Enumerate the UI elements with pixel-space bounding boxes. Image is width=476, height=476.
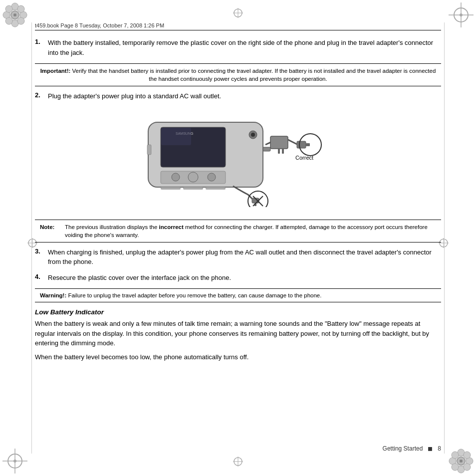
footer-divider: ◼: [428, 445, 433, 452]
svg-point-27: [464, 452, 471, 459]
step-3-number: 3.: [35, 247, 44, 267]
svg-rect-63: [282, 149, 284, 154]
svg-point-26: [452, 452, 459, 459]
svg-point-7: [17, 5, 24, 12]
step-4: 4. Resecure the plastic cover over the i…: [35, 273, 441, 283]
step-1-text: With the battery installed, temporarily …: [48, 38, 441, 57]
important-box: Important!: Verify that the handset batt…: [35, 63, 441, 86]
side-line-right: [444, 22, 445, 454]
footer-page: 8: [438, 445, 441, 452]
side-line-left: [31, 22, 32, 454]
phone-wrapper: SAMSUNG: [133, 107, 343, 207]
step-1: 1. With the battery installed, temporari…: [35, 38, 441, 57]
svg-point-43: [172, 173, 180, 181]
svg-rect-62: [278, 149, 280, 154]
step-3: 3. When charging is finished, unplug the…: [35, 247, 441, 267]
svg-rect-48: [206, 187, 226, 190]
svg-rect-49: [263, 147, 270, 151]
illustration-area: SAMSUNG: [35, 107, 441, 212]
low-battery-para2: When the battery level becomes too low, …: [35, 352, 441, 362]
svg-rect-53: [297, 141, 306, 148]
footer-text: Getting Started: [383, 445, 423, 452]
header-text: t459.book Page 8 Tuesday, October 7, 200…: [35, 22, 164, 28]
page-footer: Getting Started ◼ 8: [383, 445, 441, 452]
step-1-number: 1.: [35, 38, 44, 57]
svg-point-6: [5, 5, 12, 12]
header-bar: t459.book Page 8 Tuesday, October 7, 200…: [35, 22, 441, 30]
step-4-text: Resecure the plastic cover over the inte…: [48, 273, 441, 283]
svg-text:Incorrect: Incorrect: [245, 206, 267, 207]
svg-point-31: [460, 460, 463, 463]
svg-point-45: [208, 173, 216, 181]
svg-rect-41: [161, 128, 191, 145]
svg-rect-54: [306, 143, 310, 146]
corner-decoration-tr: [446, 0, 476, 30]
phone-illustration: SAMSUNG: [133, 107, 343, 207]
corner-decoration-br: [446, 446, 476, 476]
svg-rect-61: [270, 136, 288, 149]
svg-point-19: [13, 460, 16, 463]
note-bold-word: incorrect: [159, 224, 184, 230]
warning-text: Failure to unplug the travel adapter bef…: [68, 292, 321, 298]
corner-decoration-bl: [0, 446, 30, 476]
bottom-center-crosshair: [233, 457, 243, 468]
svg-text:Correct: Correct: [295, 155, 313, 161]
svg-rect-46: [161, 187, 181, 190]
low-battery-para1: When the battery is weak and only a few …: [35, 319, 441, 348]
svg-point-9: [17, 17, 24, 24]
warning-box: Warning!: Failure to unplug the travel a…: [35, 288, 441, 302]
main-content: t459.book Page 8 Tuesday, October 7, 200…: [35, 22, 441, 454]
svg-point-15: [460, 13, 463, 16]
top-center-crosshair: [233, 8, 243, 19]
step-2-number: 2.: [35, 91, 44, 101]
note-text: The previous illustration displays the i…: [65, 223, 436, 239]
corner-decoration-tl: [0, 0, 30, 30]
note-label: Note:: [40, 223, 61, 239]
important-label: Important!:: [40, 68, 71, 74]
step-3-text: When charging is finished, unplug the ad…: [48, 247, 441, 267]
svg-point-29: [464, 464, 471, 471]
step-2-text: Plug the adapter's power plug into a sta…: [48, 91, 441, 101]
important-text: Verify that the handset battery is insta…: [72, 68, 436, 82]
svg-point-11: [13, 13, 16, 16]
step-4-number: 4.: [35, 273, 44, 283]
svg-point-44: [188, 172, 198, 182]
svg-point-51: [251, 133, 255, 137]
step-2: 2. Plug the adapter's power plug into a …: [35, 91, 441, 101]
svg-point-28: [452, 464, 459, 471]
note-box: Note: The previous illustration displays…: [35, 220, 441, 242]
section-title: Low Battery Indicator: [35, 308, 441, 316]
svg-rect-47: [183, 187, 203, 190]
svg-point-8: [5, 17, 12, 24]
svg-rect-52: [147, 145, 151, 155]
warning-label: Warning!:: [40, 292, 66, 298]
